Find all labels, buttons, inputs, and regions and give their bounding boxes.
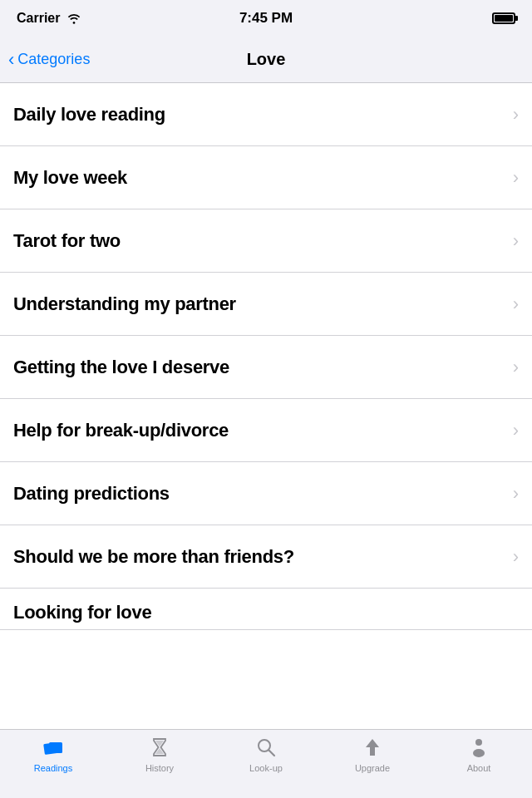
list-item-partial[interactable]: Looking for love [0,589,532,630]
list-item-label: Getting the love I deserve [13,357,229,378]
tab-upgrade[interactable]: Upgrade [319,735,426,773]
status-bar: Carrier 7:45 PM [0,0,532,37]
history-icon [147,735,172,760]
chevron-right-icon: › [513,230,519,252]
readings-icon [41,735,66,760]
page-title: Love [247,50,286,69]
list-item-label: Understanding my partner [13,293,236,315]
list-item-label: My love week [13,167,127,189]
list-item-label: Tarot for two [13,230,121,252]
list-item-label: Looking for love [13,602,151,623]
list-item[interactable]: Daily love reading › [0,83,532,146]
search-icon [254,735,278,760]
chevron-right-icon: › [513,546,519,568]
chevron-right-icon: › [513,104,519,126]
svg-point-5 [475,739,482,746]
list-item[interactable]: My love week › [0,146,532,209]
list-item-label: Daily love reading [13,104,165,126]
status-right [492,12,515,24]
list-item-label: Dating predictions [13,483,170,505]
tab-about[interactable]: About [426,735,532,773]
chevron-right-icon: › [513,357,519,378]
chevron-right-icon: › [513,293,519,315]
tab-lookup[interactable]: Look-up [213,735,319,773]
list-item[interactable]: Should we be more than friends? › [0,525,532,589]
tab-readings[interactable]: Readings [0,735,106,773]
status-time: 7:45 PM [239,10,293,27]
list-item[interactable]: Getting the love I deserve › [0,336,532,399]
svg-line-3 [269,751,275,756]
list-item-label: Should we be more than friends? [13,546,294,568]
navigation-bar: ‹ Categories Love [0,37,532,83]
list-item[interactable]: Tarot for two › [0,209,532,273]
chevron-left-icon: ‹ [8,51,14,69]
back-button[interactable]: ‹ Categories [8,51,90,69]
tab-readings-label: Readings [34,763,72,773]
svg-point-6 [473,749,485,757]
tab-history-label: History [145,763,174,773]
chevron-right-icon: › [513,420,519,441]
list-item-label: Help for break-up/divorce [13,420,229,441]
back-label: Categories [17,51,90,68]
tab-lookup-label: Look-up [249,763,283,773]
svg-marker-4 [366,739,379,756]
tab-bar: Readings History Look-up [0,729,532,798]
list-item[interactable]: Understanding my partner › [0,273,532,336]
chevron-right-icon: › [513,167,519,189]
tab-upgrade-label: Upgrade [355,763,390,773]
status-carrier: Carrier [17,11,81,26]
readings-list: Daily love reading › My love week › Taro… [0,83,532,729]
wifi-icon [66,12,81,24]
upgrade-icon [360,735,385,760]
list-item[interactable]: Help for break-up/divorce › [0,399,532,462]
tab-about-label: About [467,763,491,773]
tab-history[interactable]: History [106,735,213,773]
about-icon [466,735,491,760]
chevron-right-icon: › [513,483,519,505]
list-item[interactable]: Dating predictions › [0,462,532,525]
svg-rect-1 [49,742,62,753]
battery-icon [492,12,515,24]
